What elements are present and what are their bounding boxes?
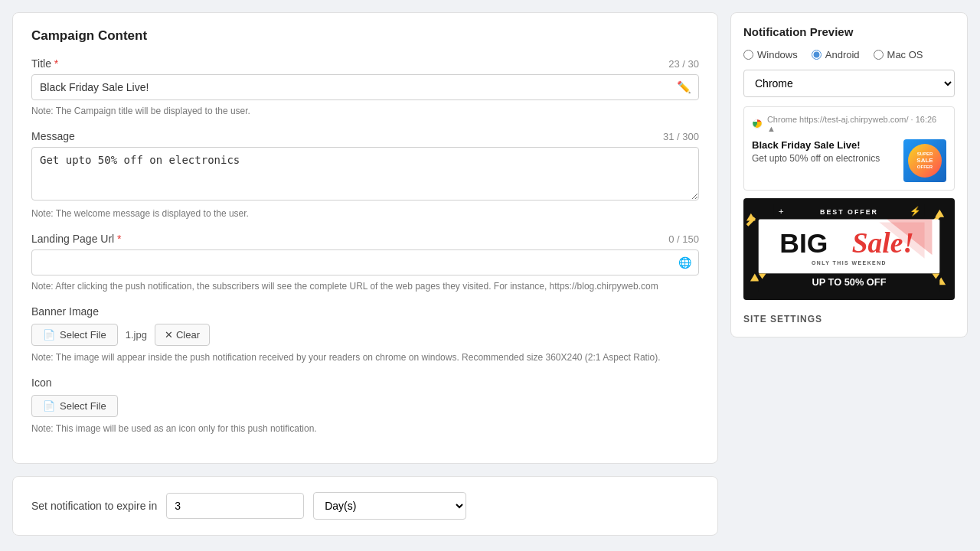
os-radio-group: Windows Android Mac OS xyxy=(743,49,955,60)
title-label-row: Title * 23 / 30 xyxy=(31,57,699,70)
notif-content: Black Friday Sale Live! Get upto 50% off… xyxy=(752,139,946,182)
title-required: * xyxy=(54,57,58,70)
radio-android[interactable]: Android xyxy=(812,49,860,60)
svg-text:BIG: BIG xyxy=(779,228,828,259)
radio-macos[interactable]: Mac OS xyxy=(874,49,923,60)
expire-row: Set notification to expire in Day(s) Hou… xyxy=(31,492,699,520)
preview-title: Notification Preview xyxy=(743,25,955,38)
notification-preview-panel: Notification Preview Windows Android Mac… xyxy=(730,12,968,337)
notif-headline: Black Friday Sale Live! xyxy=(752,139,897,151)
icon-note: Note: This image will be used as an icon… xyxy=(31,422,699,435)
notif-body: Get upto 50% off on electronics xyxy=(752,153,897,164)
radio-android-input[interactable] xyxy=(812,50,822,60)
landing-url-input[interactable] xyxy=(31,249,699,276)
message-label-row: Message 31 / 300 xyxy=(31,130,699,142)
svg-text:UP TO 50% OFF: UP TO 50% OFF xyxy=(812,276,887,288)
radio-android-label: Android xyxy=(825,49,860,60)
banner-image-label: Banner Image xyxy=(31,305,699,318)
icon-file-icon: 📄 xyxy=(43,400,55,412)
notification-box: Chrome https://test-aj.chirpyweb.com/ · … xyxy=(743,106,955,191)
notif-header-text: Chrome https://test-aj.chirpyweb.com/ · … xyxy=(767,115,946,133)
message-label: Message xyxy=(31,130,75,142)
banner-image-note: Note: The image will appear inside the p… xyxy=(31,350,699,364)
big-sale-banner: BEST OFFER + ⚡ BIG Sale! ONLY THIS WEEKE… xyxy=(743,198,955,300)
landing-url-required: * xyxy=(117,233,121,245)
landing-url-char-count: 0 / 150 xyxy=(668,233,699,245)
notif-text-area: Black Friday Sale Live! Get upto 50% off… xyxy=(752,139,897,164)
landing-url-input-wrapper: 🌐 xyxy=(31,249,699,276)
expire-card: Set notification to expire in Day(s) Hou… xyxy=(12,476,718,536)
globe-icon: 🌐 xyxy=(678,256,691,269)
landing-url-field-group: Landing Page Url * 0 / 150 🌐 Note: After… xyxy=(31,233,699,293)
landing-url-label-row: Landing Page Url * 0 / 150 xyxy=(31,233,699,245)
svg-text:+: + xyxy=(779,206,784,217)
browser-select[interactable]: Chrome Firefox Safari xyxy=(743,70,955,97)
message-char-count: 31 / 300 xyxy=(663,131,699,142)
edit-icon[interactable]: ✏️ xyxy=(677,80,691,94)
svg-text:BEST OFFER: BEST OFFER xyxy=(820,208,878,216)
radio-macos-input[interactable] xyxy=(874,50,884,60)
title-field-group: Title * 23 / 30 ✏️ Note: The Campaign ti… xyxy=(31,57,699,118)
chrome-browser-icon xyxy=(752,119,763,129)
svg-text:⚡: ⚡ xyxy=(910,206,921,217)
message-note: Note: The welcome message is displayed t… xyxy=(31,207,699,220)
title-input[interactable] xyxy=(31,74,699,100)
file-icon: 📄 xyxy=(43,329,55,341)
banner-select-label: Select File xyxy=(60,329,106,341)
banner-image-field-group: Banner Image 📄 Select File 1.jpg ✕ Clear… xyxy=(31,305,699,364)
big-sale-banner-svg: BEST OFFER + ⚡ BIG Sale! ONLY THIS WEEKE… xyxy=(743,198,955,300)
notif-header: Chrome https://test-aj.chirpyweb.com/ · … xyxy=(752,115,946,133)
radio-windows[interactable]: Windows xyxy=(743,49,798,60)
radio-windows-label: Windows xyxy=(757,49,798,60)
title-input-wrapper: ✏️ xyxy=(31,74,699,100)
message-field-group: Message 31 / 300 Get upto 50% off on ele… xyxy=(31,130,699,220)
banner-clear-label: Clear xyxy=(176,329,200,341)
expire-value-input[interactable] xyxy=(166,493,304,519)
landing-url-note: Note: After clicking the push notificati… xyxy=(31,279,699,293)
expire-label: Set notification to expire in xyxy=(31,500,157,512)
icon-select-file-button[interactable]: 📄 Select File xyxy=(31,395,118,417)
card-title: Campaign Content xyxy=(31,28,699,44)
landing-url-label: Landing Page Url * xyxy=(31,233,122,245)
radio-macos-label: Mac OS xyxy=(887,49,923,60)
clear-icon: ✕ xyxy=(165,329,173,341)
radio-windows-input[interactable] xyxy=(743,50,753,60)
campaign-content-card: Campaign Content Title * 23 / 30 ✏️ Note… xyxy=(12,12,718,464)
icon-field-group: Icon 📄 Select File Note: This image will… xyxy=(31,377,699,435)
banner-select-file-button[interactable]: 📄 Select File xyxy=(31,324,118,346)
expire-unit-select[interactable]: Day(s) Hour(s) Minute(s) xyxy=(313,492,466,520)
super-sale-badge: SUPER SALE OFFER xyxy=(908,144,942,178)
banner-clear-button[interactable]: ✕ Clear xyxy=(155,324,210,346)
title-label: Title * xyxy=(31,57,58,70)
banner-file-row: 📄 Select File 1.jpg ✕ Clear xyxy=(31,324,699,346)
site-settings: SITE SETTINGS xyxy=(743,308,955,324)
icon-file-row: 📄 Select File xyxy=(31,395,699,417)
svg-text:ONLY THIS WEEKEND: ONLY THIS WEEKEND xyxy=(812,260,887,266)
title-note: Note: The Campaign title will be display… xyxy=(31,104,699,118)
icon-label: Icon xyxy=(31,377,699,389)
message-input[interactable]: Get upto 50% off on electronics xyxy=(31,147,699,201)
title-char-count: 23 / 30 xyxy=(668,58,699,70)
banner-file-name: 1.jpg xyxy=(126,329,147,341)
notif-thumbnail: SUPER SALE OFFER xyxy=(903,139,946,182)
icon-select-label: Select File xyxy=(60,400,106,412)
